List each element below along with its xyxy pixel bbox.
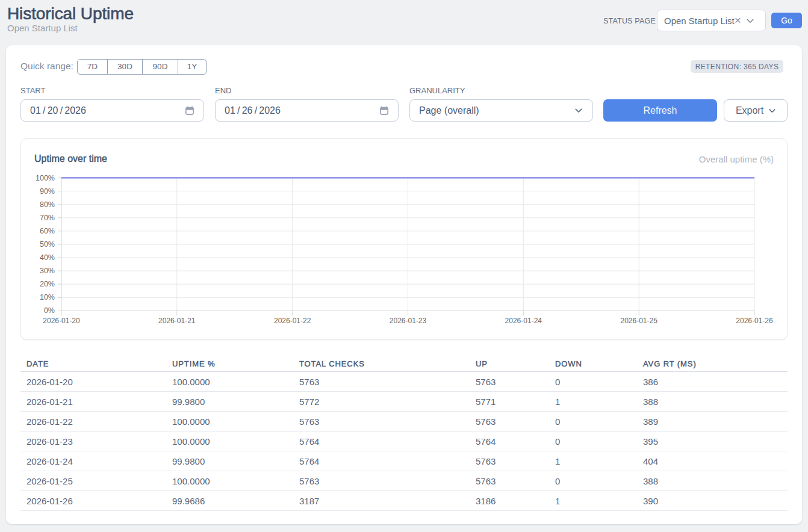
svg-text:60%: 60% <box>40 227 55 235</box>
svg-text:10%: 10% <box>40 293 55 302</box>
svg-text:2026-01-20: 2026-01-20 <box>43 317 80 325</box>
svg-text:90%: 90% <box>40 187 55 196</box>
svg-text:50%: 50% <box>40 240 55 249</box>
svg-text:2026-01-26: 2026-01-26 <box>736 317 773 325</box>
svg-text:70%: 70% <box>40 214 55 222</box>
svg-text:2026-01-22: 2026-01-22 <box>274 317 311 325</box>
svg-text:30%: 30% <box>40 267 55 275</box>
svg-text:100%: 100% <box>36 174 55 182</box>
svg-text:40%: 40% <box>40 253 55 262</box>
svg-text:80%: 80% <box>40 200 55 209</box>
svg-text:2026-01-25: 2026-01-25 <box>621 317 658 325</box>
svg-text:0%: 0% <box>44 306 55 315</box>
svg-text:2026-01-23: 2026-01-23 <box>390 317 427 325</box>
svg-text:2026-01-21: 2026-01-21 <box>158 317 196 325</box>
svg-text:2026-01-24: 2026-01-24 <box>505 317 542 325</box>
svg-text:20%: 20% <box>40 280 55 288</box>
